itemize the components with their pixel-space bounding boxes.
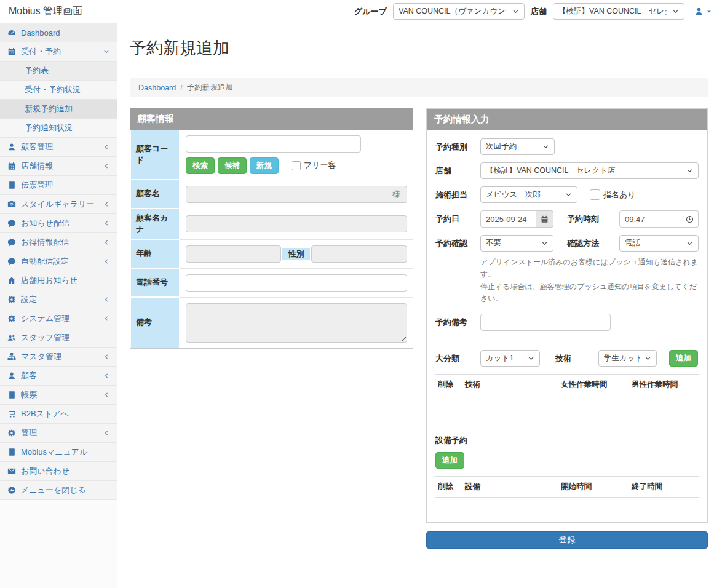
book-icon xyxy=(7,448,21,456)
users-icon xyxy=(7,333,21,342)
group-select[interactable]: VAN COUNCIL（ヴァンカウンシル） xyxy=(393,3,525,20)
app-title: Mobius 管理画面 xyxy=(9,5,82,18)
gear-icon xyxy=(7,429,21,437)
tech-table-body xyxy=(435,395,699,426)
free-customer-checkbox[interactable] xyxy=(292,161,301,170)
breadcrumb-separator: / xyxy=(180,84,182,92)
calendar-icon[interactable] xyxy=(536,210,553,228)
note-row: 備考 xyxy=(130,297,413,348)
reservation-panel-title: 予約情報入力 xyxy=(427,109,707,130)
phone-input[interactable] xyxy=(186,274,407,292)
sidebar-item-auto-delivery-settings[interactable]: 自動配信設定 xyxy=(0,252,117,271)
search-button[interactable]: 検索 xyxy=(186,157,215,174)
sidebar-item-notice-delivery[interactable]: お知らせ配信 xyxy=(0,214,117,233)
add-equipment-button[interactable]: 追加 xyxy=(435,452,464,469)
customer-kana-row: 顧客名カナ xyxy=(130,209,413,239)
main-content: 予約新規追加 Dashboard / 予約新規追加 顧客情報 顧客コード 検索 xyxy=(117,23,722,588)
user-icon xyxy=(694,7,704,16)
user-menu[interactable] xyxy=(694,7,712,16)
dashboard-icon xyxy=(7,28,21,37)
push-notification-note: アプリインストール済みのお客様にはプッシュ通知も送信されます。 停止する場合は、… xyxy=(480,256,699,305)
staff-label: 施術担当 xyxy=(435,189,480,201)
sidebar-item-reservation-table[interactable]: 予約表 xyxy=(0,62,117,81)
sidebar-item-master-management[interactable]: マスタ管理 xyxy=(0,348,117,367)
sidebar-item-reception-status[interactable]: 受付・予約状況 xyxy=(0,81,117,100)
sidebar-item-slip-management[interactable]: 伝票管理 xyxy=(0,176,117,195)
chevron-down-icon xyxy=(565,191,572,198)
confirm-select[interactable]: 不要 xyxy=(480,235,553,252)
reservation-time-label: 予約時刻 xyxy=(567,213,619,224)
reservation-date-input[interactable] xyxy=(480,210,536,228)
sidebar-item-management[interactable]: 管理 xyxy=(0,424,117,443)
chevron-down-icon xyxy=(686,240,693,247)
store-select[interactable]: 【検証】VAN COUNCIL セレクト店 xyxy=(553,3,684,20)
equipment-section-label: 設備予約 xyxy=(435,435,699,446)
caret-down-icon xyxy=(706,9,712,15)
breadcrumb-dashboard-link[interactable]: Dashboard xyxy=(138,84,176,92)
sidebar-item-dashboard[interactable]: Dashboard xyxy=(0,23,117,42)
sidebar-item-notification-status[interactable]: 予約通知状況 xyxy=(0,119,117,138)
new-customer-button[interactable]: 新規 xyxy=(250,157,279,174)
reservation-type-label: 予約種別 xyxy=(435,141,480,153)
sitemap-icon xyxy=(7,352,21,361)
nominated-checkbox[interactable] xyxy=(590,189,600,200)
sidebar-item-b2b-store[interactable]: B2Bストアへ xyxy=(0,405,117,424)
chevron-left-icon xyxy=(103,316,109,322)
sidebar-item-store-notice[interactable]: 店舗用お知らせ xyxy=(0,271,117,290)
equipment-table-header: 削除 設備 開始時間 終了時間 xyxy=(435,476,699,498)
customer-code-row: 顧客コード 検索 候補 新規 フリー客 xyxy=(130,130,413,180)
sidebar-item-style-gallery[interactable]: スタイルギャラリー xyxy=(0,195,117,214)
register-button[interactable]: 登録 xyxy=(426,531,708,549)
category-select[interactable]: カット1 xyxy=(480,350,540,367)
sidebar-item-deals-delivery[interactable]: お得情報配信 xyxy=(0,233,117,252)
sidebar-item-reports[interactable]: 帳票 xyxy=(0,386,117,405)
reservation-type-select[interactable]: 次回予約 xyxy=(480,138,555,155)
sidebar-item-customers[interactable]: 顧客 xyxy=(0,367,117,386)
customer-panel-title: 顧客情報 xyxy=(130,108,413,130)
sidebar-item-settings[interactable]: 設定 xyxy=(0,290,117,309)
sidebar-item-customer-management[interactable]: 顧客管理 xyxy=(0,138,117,157)
reservation-info-panel: 予約情報入力 予約種別 次回予約 店舗 【検証】VAN xyxy=(426,108,708,523)
chevron-down-icon xyxy=(512,8,519,15)
confirm-method-label: 確認方法 xyxy=(567,238,619,249)
envelope-icon xyxy=(7,467,21,475)
sidebar: Dashboard 受付・予約 予約表 受付・予約状況 新規予約追加 xyxy=(0,23,117,588)
reservation-store-label: 店舗 xyxy=(435,165,480,177)
reservation-memo-input[interactable] xyxy=(480,314,611,331)
reservation-time-input[interactable] xyxy=(619,210,681,228)
reservation-store-select[interactable]: 【検証】VAN COUNCIL セレクト店 xyxy=(480,162,699,179)
sidebar-item-contact[interactable]: お問い合わせ xyxy=(0,462,117,481)
tech-select[interactable]: 学生カット xyxy=(598,350,657,367)
sidebar-item-store-info[interactable]: 店舗情報 xyxy=(0,157,117,176)
comment-icon xyxy=(7,257,21,266)
gender-input xyxy=(311,245,407,263)
candidate-button[interactable]: 候補 xyxy=(218,157,247,174)
chevron-left-icon xyxy=(103,201,109,207)
sidebar-item-reception-reservation[interactable]: 受付・予約 xyxy=(0,42,117,62)
sidebar-item-new-reservation[interactable]: 新規予約追加 xyxy=(0,100,117,119)
sidebar-item-close-menu[interactable]: メニューを閉じる xyxy=(0,481,117,500)
comment-icon xyxy=(7,238,21,247)
add-tech-button[interactable]: 追加 xyxy=(669,350,698,367)
gear-icon xyxy=(7,295,21,304)
clock-icon[interactable] xyxy=(681,210,699,228)
chevron-left-icon xyxy=(103,220,109,226)
calendar-icon xyxy=(7,47,21,56)
age-input xyxy=(186,245,281,263)
customer-info-panel: 顧客情報 顧客コード 検索 候補 新規 フリー xyxy=(130,108,413,349)
user-icon xyxy=(7,143,21,151)
tech-table-header: 削除 技術 女性作業時間 男性作業時間 xyxy=(435,374,699,395)
staff-select[interactable]: メビウス 次郎 xyxy=(480,186,577,203)
sidebar-item-staff-management[interactable]: スタッフ管理 xyxy=(0,328,117,348)
chevron-down-icon xyxy=(103,49,109,55)
sidebar-item-mobius-manual[interactable]: Mobiusマニュアル xyxy=(0,443,117,462)
section-divider xyxy=(435,341,699,341)
customer-code-label: 顧客コード xyxy=(131,130,179,179)
sidebar-item-system-management[interactable]: システム管理 xyxy=(0,309,117,328)
calendar-icon xyxy=(7,162,21,170)
note-label: 備考 xyxy=(131,298,179,348)
customer-code-input[interactable] xyxy=(186,135,361,153)
chevron-left-icon xyxy=(103,430,109,436)
chevron-left-icon xyxy=(103,354,109,360)
confirm-method-select[interactable]: 電話 xyxy=(619,235,699,252)
